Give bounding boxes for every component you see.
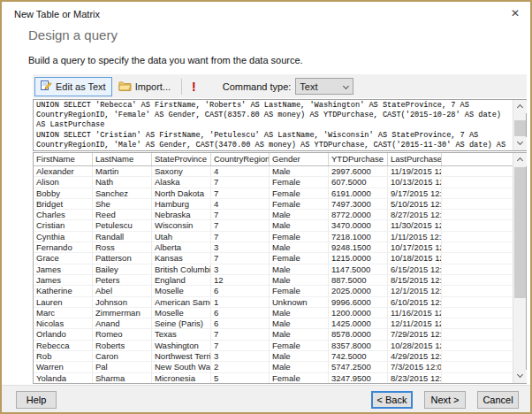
table-cell: 8578.0000: [329, 329, 388, 339]
table-cell: Moselle: [152, 308, 211, 318]
next-button[interactable]: Next >: [424, 391, 466, 409]
table-row[interactable]: WarrenPalNew South Wales2Male5747.25007/…: [34, 362, 513, 372]
edit-as-text-button[interactable]: Edit as Text: [34, 77, 112, 96]
table-cell: 4: [211, 166, 270, 176]
validation-error-icon[interactable]: !: [192, 80, 196, 94]
column-header-firstname: FirstName: [34, 153, 93, 165]
table-cell: 6: [211, 308, 270, 318]
table-cell: Lauren: [34, 297, 93, 307]
column-header-ytdpurchase: YTDPurchase: [329, 153, 388, 165]
table-row[interactable]: OrlandoRomeoTexas7Male8578.00007/29/2015…: [34, 329, 513, 340]
table-row[interactable]: CharlesReedNebraska7Male8772.00008/27/20…: [34, 210, 513, 220]
scroll-down-icon[interactable]: [513, 370, 527, 383]
table-cell: Nicolas: [34, 318, 93, 328]
table-cell: 9/17/2015 12:0...: [388, 188, 442, 198]
table-row[interactable]: RebeccaRobertsWashington7Female8357.8000…: [34, 341, 513, 351]
table-cell: Johnson: [93, 297, 152, 307]
help-button[interactable]: Help: [16, 391, 57, 409]
table-cell: 7: [211, 188, 270, 198]
table-row[interactable]: AlexanderMartinSaxony4Male2997.600011/19…: [34, 166, 513, 177]
query-scroll-thumb[interactable]: [514, 120, 526, 136]
query-text: UNION SELECT 'Rebecca' AS FirstName, 'Ro…: [34, 100, 526, 151]
table-cell: Bobby: [34, 188, 93, 198]
import-folder-icon: [118, 80, 132, 93]
import-button[interactable]: Import...: [112, 77, 177, 96]
cancel-button[interactable]: Cancel: [477, 391, 519, 409]
table-row[interactable]: LaurenJohnsonAmerican Samoa1Unknown9996.…: [34, 297, 513, 308]
table-cell: 4/29/2015 12:0...: [388, 351, 442, 361]
table-cell: Nath: [93, 177, 152, 187]
grid-scroll-thumb[interactable]: [514, 167, 526, 298]
table-cell: Fernando: [34, 242, 93, 252]
back-button[interactable]: < Back: [371, 391, 413, 409]
table-cell: 6: [211, 286, 270, 295]
table-row[interactable]: FernandoRossAlberta3Male9248.150010/17/2…: [34, 242, 513, 253]
table-cell: 2025.0000: [329, 286, 388, 295]
table-cell-filler: [442, 199, 513, 209]
table-cell: Alison: [34, 177, 93, 187]
table-cell: Male: [270, 264, 329, 274]
table-cell-filler: [442, 329, 513, 339]
table-row[interactable]: BridgetSheHamburg4Female7497.30005/10/20…: [34, 199, 513, 210]
query-scrollbar[interactable]: [513, 100, 526, 150]
table-cell: 10/28/2015 12:...: [388, 341, 442, 350]
table-row[interactable]: KatherineAbelMoselle6Female2025.000012/1…: [34, 286, 513, 296]
table-row[interactable]: CynthiaRandallUtah7Female7218.10001/11/2…: [34, 232, 513, 242]
table-cell: 742.5000: [329, 351, 388, 361]
scroll-up-icon[interactable]: [513, 100, 527, 113]
edit-as-text-label: Edit as Text: [56, 81, 106, 92]
table-row[interactable]: MarcZimmermanMoselle6Male1200.000011/16/…: [34, 308, 513, 318]
table-cell: 7: [211, 253, 270, 263]
column-header-filler: [442, 153, 513, 165]
table-cell: 8357.8000: [329, 341, 388, 350]
dialog-footer: Help < Back Next > Cancel: [2, 385, 530, 412]
table-cell: 1147.5000: [329, 264, 388, 274]
results-grid-inner: FirstNameLastNameStateProvinceCountryReg…: [34, 153, 513, 383]
table-cell: Katherine: [34, 286, 93, 295]
results-grid-body: AlexanderMartinSaxony4Male2997.600011/19…: [34, 166, 513, 383]
table-cell: 7: [211, 232, 270, 242]
table-cell: Female: [270, 188, 329, 198]
table-cell: Ross: [93, 242, 152, 252]
table-cell-filler: [442, 253, 513, 263]
table-cell: James: [34, 264, 93, 274]
table-cell: Marc: [34, 308, 93, 318]
scroll-down-icon[interactable]: [513, 137, 527, 150]
table-row[interactable]: YolandaSharmaMicronesia5Female3247.95008…: [34, 373, 513, 383]
table-cell: Anand: [93, 318, 152, 328]
table-row[interactable]: BobbySanchezNorth Dakota7Female6191.0000…: [34, 188, 513, 199]
table-cell: Female: [270, 286, 329, 295]
table-cell: 3: [211, 351, 270, 361]
scroll-up-icon[interactable]: [513, 153, 527, 166]
table-row[interactable]: JamesBaileyBritish Columbia3Male1147.500…: [34, 264, 513, 275]
column-header-lastname: LastName: [93, 153, 152, 165]
table-cell-filler: [442, 297, 513, 307]
table-row[interactable]: JamesPetersEngland12Male887.50008/15/201…: [34, 275, 513, 286]
table-cell: 3: [211, 264, 270, 274]
table-row[interactable]: CristianPetulescuWisconsin7Male3470.0000…: [34, 220, 513, 231]
close-icon[interactable]: ✕: [511, 7, 520, 19]
table-cell: She: [93, 199, 152, 209]
table-cell-filler: [442, 318, 513, 328]
table-row[interactable]: GracePattersonKansas7Female1215.000010/1…: [34, 253, 513, 264]
table-row[interactable]: NicolasAnandSeine (Paris)6Male1425.00001…: [34, 318, 513, 329]
table-row[interactable]: AlisonNathAlaska7Female607.500010/13/201…: [34, 177, 513, 188]
grid-scrollbar[interactable]: [513, 153, 526, 383]
table-cell: Wisconsin: [152, 220, 211, 230]
table-cell: Alaska: [152, 177, 211, 187]
table-cell: 5: [211, 373, 270, 383]
table-cell: 7/29/2015 12:0...: [388, 329, 442, 339]
table-cell: 3: [211, 242, 270, 252]
table-cell: Petulescu: [93, 220, 152, 230]
table-cell-filler: [442, 362, 513, 372]
table-cell: Romeo: [93, 329, 152, 339]
table-cell: 7497.3000: [329, 199, 388, 209]
table-cell: North Dakota: [152, 188, 211, 198]
table-row[interactable]: RobCaronNorthwest Terri...3Male742.50004…: [34, 351, 513, 362]
query-textbox[interactable]: UNION SELECT 'Rebecca' AS FirstName, 'Ro…: [33, 99, 527, 151]
command-type-select[interactable]: Text: [295, 78, 353, 95]
table-cell: 1/11/2015 12:0...: [388, 232, 442, 242]
table-cell: Martin: [93, 166, 152, 176]
table-cell: Female: [270, 253, 329, 263]
table-cell: Male: [270, 166, 329, 176]
